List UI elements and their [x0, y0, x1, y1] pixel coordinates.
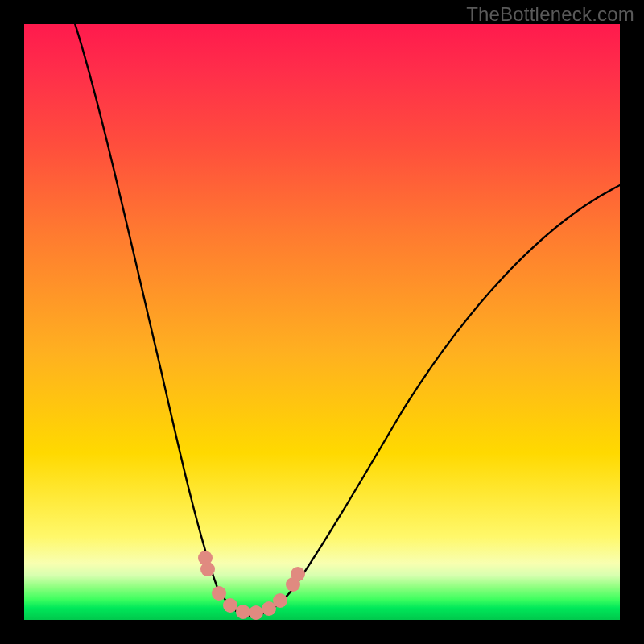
- marker-dot: [223, 598, 237, 613]
- optimal-zone-markers: [198, 551, 305, 620]
- chart-svg: [24, 24, 620, 620]
- chart-plot-area: [24, 24, 620, 620]
- marker-dot: [236, 605, 250, 619]
- bottleneck-curve-line: [72, 24, 620, 616]
- watermark-text: TheBottleneck.com: [466, 3, 634, 26]
- marker-dot: [249, 605, 263, 620]
- marker-dot: [200, 562, 215, 576]
- marker-dot: [273, 593, 287, 608]
- marker-dot: [291, 567, 305, 581]
- marker-dot: [212, 586, 226, 601]
